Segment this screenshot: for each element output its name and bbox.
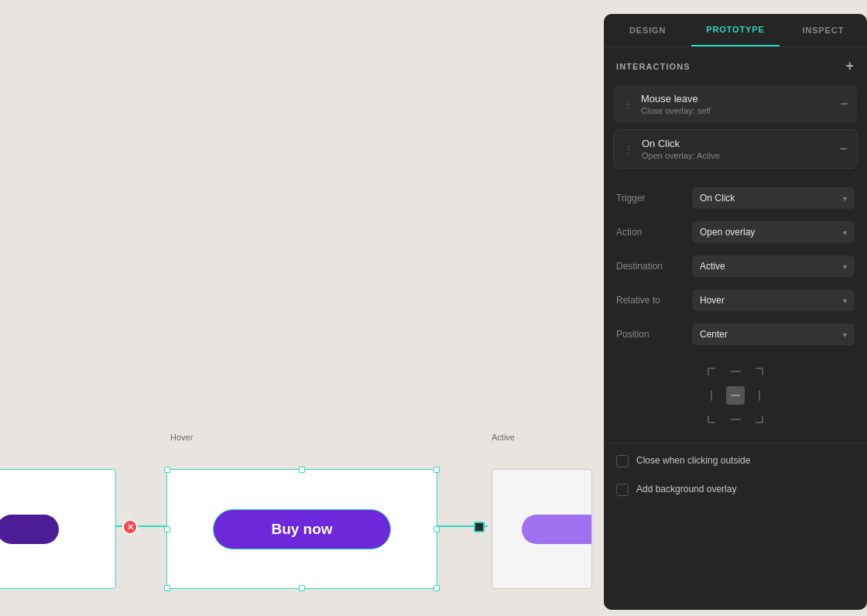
prop-row-action: Action Open overlay ▾ bbox=[604, 215, 867, 249]
grid-cell-ml[interactable] bbox=[701, 385, 723, 407]
frame1-button bbox=[0, 515, 59, 544]
handle-tr bbox=[434, 467, 440, 473]
frame3-button bbox=[522, 515, 592, 544]
grid-cell-bl[interactable] bbox=[701, 408, 723, 430]
position-grid bbox=[701, 361, 770, 430]
prop-row-destination: Destination Active ▾ bbox=[604, 249, 867, 283]
interaction-card-on-click: ⋮ On Click Open overlay: Active − bbox=[613, 129, 858, 169]
grid-corner-br bbox=[756, 416, 763, 423]
mouse-leave-minus[interactable]: − bbox=[840, 96, 848, 112]
position-chevron: ▾ bbox=[843, 330, 847, 339]
grid-corner-bl bbox=[708, 416, 715, 423]
prop-row-relative-to: Relative to Hover ▾ bbox=[604, 283, 867, 317]
trigger-label: Trigger bbox=[616, 193, 686, 204]
checkbox-close-outside-box[interactable] bbox=[616, 455, 629, 467]
canvas-area: Hover Active ✕ Buy now bbox=[0, 0, 581, 616]
frame3-active bbox=[492, 469, 592, 589]
grid-cell-tr[interactable] bbox=[748, 361, 770, 383]
on-click-minus[interactable]: − bbox=[839, 141, 848, 157]
frame2-label: Hover bbox=[170, 433, 193, 442]
interactions-title: INTERACTIONS bbox=[616, 62, 691, 71]
handle-tm bbox=[299, 467, 305, 473]
connector-square bbox=[474, 522, 485, 532]
action-label: Action bbox=[616, 227, 686, 238]
grid-cell-bm[interactable] bbox=[725, 408, 747, 430]
buy-now-text: Buy now bbox=[271, 521, 332, 538]
prop-row-trigger: Trigger On Click ▾ bbox=[604, 181, 867, 215]
on-click-title: On Click bbox=[642, 138, 839, 149]
action-chevron: ▾ bbox=[843, 228, 847, 237]
right-panel: DESIGN PROTOTYPE INSPECT INTERACTIONS + … bbox=[604, 14, 867, 610]
trigger-select[interactable]: On Click ▾ bbox=[692, 187, 855, 209]
grid-edge-bottom bbox=[730, 419, 741, 420]
mouse-leave-dots[interactable]: ⋮ bbox=[622, 98, 633, 111]
action-value: Open overlay bbox=[700, 227, 755, 238]
handle-ml bbox=[164, 526, 170, 532]
connector-x: ✕ bbox=[122, 519, 138, 535]
destination-value: Active bbox=[700, 261, 725, 272]
checkbox-bg-overlay[interactable]: Add background overlay bbox=[604, 475, 867, 504]
mouse-leave-title: Mouse leave bbox=[641, 93, 840, 104]
grid-center-button[interactable] bbox=[726, 386, 745, 405]
trigger-chevron: ▾ bbox=[843, 194, 847, 203]
grid-edge-top bbox=[730, 371, 741, 372]
tab-prototype[interactable]: PROTOTYPE bbox=[691, 14, 779, 46]
frame2-hover: Buy now bbox=[166, 469, 437, 589]
buy-now-button[interactable]: Buy now bbox=[213, 509, 391, 549]
on-click-row[interactable]: ⋮ On Click Open overlay: Active − bbox=[614, 130, 857, 168]
grid-edge-right bbox=[759, 390, 760, 401]
position-value: Center bbox=[700, 329, 728, 340]
destination-chevron: ▾ bbox=[843, 262, 847, 271]
frame3-label: Active bbox=[492, 433, 515, 442]
divider-1 bbox=[604, 443, 867, 443]
grid-cell-tm[interactable] bbox=[725, 361, 747, 383]
checkbox-bg-overlay-box[interactable] bbox=[616, 484, 629, 496]
interactions-header: INTERACTIONS + bbox=[604, 47, 867, 85]
grid-corner-tl bbox=[708, 368, 715, 375]
position-grid-container bbox=[604, 351, 867, 440]
checkbox-bg-overlay-label: Add background overlay bbox=[636, 483, 736, 496]
handle-bm bbox=[299, 585, 305, 591]
grid-edge-left bbox=[711, 390, 712, 401]
right-panel-scroll[interactable]: INTERACTIONS + ⋮ Mouse leave Close overl… bbox=[604, 47, 867, 604]
destination-select[interactable]: Active ▾ bbox=[692, 255, 855, 277]
checkbox-close-outside-label: Close when clicking outside bbox=[636, 454, 750, 467]
prop-row-position: Position Center ▾ bbox=[604, 317, 867, 351]
tab-inspect[interactable]: INSPECT bbox=[780, 14, 867, 46]
handle-br bbox=[434, 585, 440, 591]
on-click-info: On Click Open overlay: Active bbox=[642, 138, 839, 160]
relative-to-select[interactable]: Hover ▾ bbox=[692, 289, 855, 311]
checkbox-close-outside[interactable]: Close when clicking outside bbox=[604, 447, 867, 475]
mouse-leave-info: Mouse leave Close overlay: self bbox=[641, 93, 840, 115]
grid-cell-center[interactable] bbox=[725, 385, 747, 407]
properties-section: Trigger On Click ▾ Action Open overlay ▾… bbox=[604, 175, 867, 510]
trigger-value: On Click bbox=[700, 193, 735, 204]
destination-label: Destination bbox=[616, 261, 686, 272]
mouse-leave-row[interactable]: ⋮ Mouse leave Close overlay: self − bbox=[613, 85, 858, 123]
handle-tl bbox=[164, 467, 170, 473]
grid-center-line bbox=[731, 395, 740, 396]
frame1 bbox=[0, 469, 116, 589]
interaction-card-mouse-leave: ⋮ Mouse leave Close overlay: self − bbox=[613, 85, 858, 123]
action-select[interactable]: Open overlay ▾ bbox=[692, 221, 855, 243]
grid-corner-tr bbox=[756, 368, 763, 375]
relative-to-value: Hover bbox=[700, 295, 725, 306]
grid-cell-mr[interactable] bbox=[748, 385, 770, 407]
position-label: Position bbox=[616, 329, 686, 340]
grid-cell-br[interactable] bbox=[748, 408, 770, 430]
position-select[interactable]: Center ▾ bbox=[692, 323, 855, 345]
on-click-subtitle: Open overlay: Active bbox=[642, 151, 839, 160]
right-panel-tabs: DESIGN PROTOTYPE INSPECT bbox=[604, 14, 867, 47]
mouse-leave-subtitle: Close overlay: self bbox=[641, 106, 840, 115]
grid-cell-tl[interactable] bbox=[701, 361, 723, 383]
handle-bl bbox=[164, 585, 170, 591]
interactions-add-icon[interactable]: + bbox=[845, 58, 855, 74]
tab-design[interactable]: DESIGN bbox=[604, 14, 691, 46]
relative-to-chevron: ▾ bbox=[843, 296, 847, 305]
relative-to-label: Relative to bbox=[616, 295, 686, 306]
on-click-dots[interactable]: ⋮ bbox=[623, 143, 634, 156]
